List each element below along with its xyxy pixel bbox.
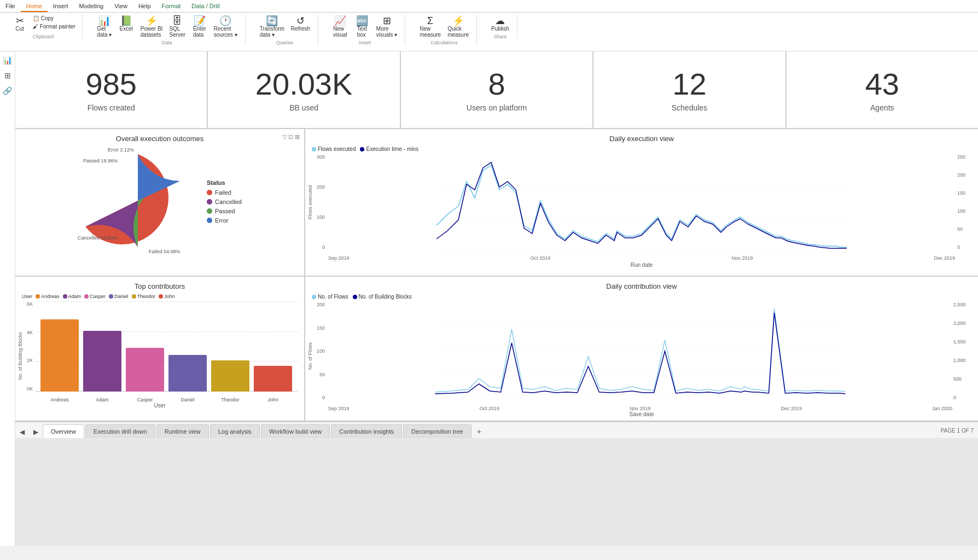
no-flows-line (435, 308, 846, 392)
passed-label: Passed 19.96% (83, 158, 118, 164)
publish-button[interactable]: ☁ Publish (489, 15, 511, 33)
quick-measure-icon: ⚡ (452, 16, 464, 26)
y-axis-right: 250200150100500 (956, 154, 971, 250)
sidebar-icon-data[interactable]: ⊞ (4, 71, 11, 80)
kpi-bb-label: BB used (289, 103, 318, 112)
page-info: PAGE 1 OF 7 (936, 423, 978, 438)
cancelled-legend-label: Cancelled (215, 199, 242, 205)
kpi-users: 8 Users on platform (401, 51, 593, 128)
power-bi-datasets-button[interactable]: ⚡ Power BIdatasets (138, 15, 165, 39)
no-flows-y-label: No. of Flows (307, 342, 313, 370)
x-label-oct-2019: Oct 2019 (531, 255, 551, 261)
tab-nav-left[interactable]: ◀ (15, 426, 29, 438)
pie-filter-icons[interactable]: ▽ ⊡ ⊠ (282, 133, 300, 141)
kpi-bb-value: 20.03K (255, 67, 353, 101)
tab-help[interactable]: Help (133, 1, 156, 12)
bar-daniel (168, 355, 207, 392)
exec-time-dot (360, 147, 364, 151)
enter-data-button[interactable]: 📝 Enterdata (190, 15, 209, 39)
cut-button[interactable]: ✂ Cut (10, 15, 30, 33)
tab-overview[interactable]: Overview (43, 424, 84, 438)
text-box-icon: 🔤 (356, 16, 368, 26)
publish-icon: ☁ (495, 16, 505, 26)
tab-home[interactable]: Home (21, 1, 48, 12)
daily-execution-svg: .grid-line { stroke: #e0e0e0; stroke-wid… (328, 154, 955, 250)
bar-x-labels: Andreas Adam Casper Daniel Theodor John (35, 397, 298, 402)
tab-contribution-insights[interactable]: Contribution insights (331, 424, 402, 438)
sql-icon: 🗄 (172, 16, 182, 26)
text-box-button[interactable]: 🔤 Textbox (352, 15, 372, 39)
bar-casper-rect (126, 348, 164, 392)
bar-chart-area: 6K4K2K0K (22, 301, 298, 402)
tab-modeling[interactable]: Modeling (74, 1, 109, 12)
failed-legend-label: Failed (215, 189, 231, 196)
contrib-y-axis-left: 200150100500 (312, 302, 327, 400)
x-axis-labels-contribution: Sep 2019 Oct 2019 Nov 2019 Dec 2019 Jan … (328, 406, 952, 411)
quick-measure-button[interactable]: ⚡ Quickmeasure (445, 15, 471, 39)
bar-theodor-rect (211, 360, 249, 392)
contrib-y-axis-right: 2,5002,0001,5001,0005000 (952, 302, 971, 400)
bar-andreas-rect (40, 319, 79, 392)
tab-log-analysis[interactable]: Log analysis (210, 424, 260, 438)
daily-contribution-title: Daily contribution view (312, 282, 971, 290)
bars-container (35, 307, 298, 392)
sql-server-button[interactable]: 🗄 SQLServer (167, 15, 187, 39)
sidebar-icon-report[interactable]: 📊 (3, 56, 12, 65)
no-bb-label: No. of Building Blocks (359, 294, 412, 300)
excel-icon: 📗 (120, 16, 132, 26)
user-axis-label: User (22, 402, 298, 409)
contributors-legend: User Andreas Adam Casper Daniel Theodor … (22, 294, 298, 299)
tab-decomposition-tree[interactable]: Decomposition tree (403, 424, 471, 438)
error-legend-item: Error (207, 217, 242, 224)
tab-file[interactable]: File (0, 1, 21, 12)
failed-label: Failed 54.08% (149, 249, 181, 254)
more-visuals-button[interactable]: ⊞ Morevisuals ▾ (374, 15, 399, 39)
format-painter-button[interactable]: 🖌 Format painter (32, 23, 77, 30)
clipboard-buttons: ✂ Cut 📋 Copy 🖌 Format painter (10, 15, 77, 33)
insert-label: Insert (359, 40, 371, 45)
tab-add-button[interactable]: + (473, 425, 486, 438)
x-axis-labels-execution: Sep 2019 Oct 2019 Nov 2019 Dec 2019 (328, 255, 955, 261)
clipboard-small: 📋 Copy 🖌 Format painter (32, 15, 77, 30)
cancelled-legend-item: Cancelled (207, 199, 242, 205)
new-visual-icon: 📈 (334, 16, 346, 26)
bottom-tabs: ◀ ▶ Overview Execution drill down Runtim… (15, 422, 978, 438)
pie-legend: Status Failed Cancelled (207, 179, 242, 224)
daniel-legend: Daniel (109, 294, 129, 299)
refresh-button[interactable]: ↺ Refresh (289, 15, 312, 33)
bar-john (254, 366, 292, 392)
tab-view[interactable]: View (109, 1, 133, 12)
tab-nav-right[interactable]: ▶ (29, 426, 43, 438)
new-visual-button[interactable]: 📈 Newvisual (330, 15, 350, 39)
tab-runtime-view[interactable]: Runtime view (156, 424, 209, 438)
x-label-adam: Adam (83, 397, 121, 402)
casper-legend: Casper (84, 294, 106, 299)
tab-data-drill[interactable]: Data / Drill (186, 1, 225, 12)
tab-execution-drill[interactable]: Execution drill down (85, 424, 155, 438)
x-label-john: John (254, 397, 292, 402)
save-date-label: Save date (312, 411, 971, 417)
data-label: Data (162, 40, 172, 45)
tab-workflow-build[interactable]: Workflow build view (261, 424, 330, 438)
get-data-button[interactable]: 📊 Getdata ▾ (95, 15, 114, 39)
kpi-agents-value: 43 (865, 67, 899, 101)
status-legend-title: Status (207, 179, 242, 186)
kpi-flows-label: Flows created (88, 103, 135, 112)
new-measure-button[interactable]: Σ Newmeasure (417, 15, 443, 39)
sidebar: 📊 ⊞ 🔗 (0, 51, 15, 546)
sidebar-icon-model[interactable]: 🔗 (3, 86, 12, 95)
transform-data-button[interactable]: 🔄 Transformdata ▾ (258, 15, 287, 39)
contrib-x-nov: Nov 2019 (630, 406, 651, 411)
excel-button[interactable]: 📗 Excel (117, 15, 136, 33)
passed-legend-dot (207, 208, 212, 214)
top-contributors-panel: Top contributors User Andreas Adam Caspe… (15, 277, 305, 421)
recent-sources-button[interactable]: 🕐 Recentsources ▾ (212, 15, 240, 39)
kpi-schedules-label: Schedules (672, 103, 707, 112)
contrib-x-jan: Jan 2020 (932, 406, 952, 411)
kpi-schedules: 12 Schedules (593, 51, 786, 128)
copy-button[interactable]: 📋 Copy (32, 15, 77, 22)
tab-insert[interactable]: Insert (48, 1, 74, 12)
flows-executed-y-label: Flows executed (307, 185, 313, 220)
no-flows-label: No. of Flows (318, 294, 348, 300)
tab-format[interactable]: Format (156, 1, 187, 12)
